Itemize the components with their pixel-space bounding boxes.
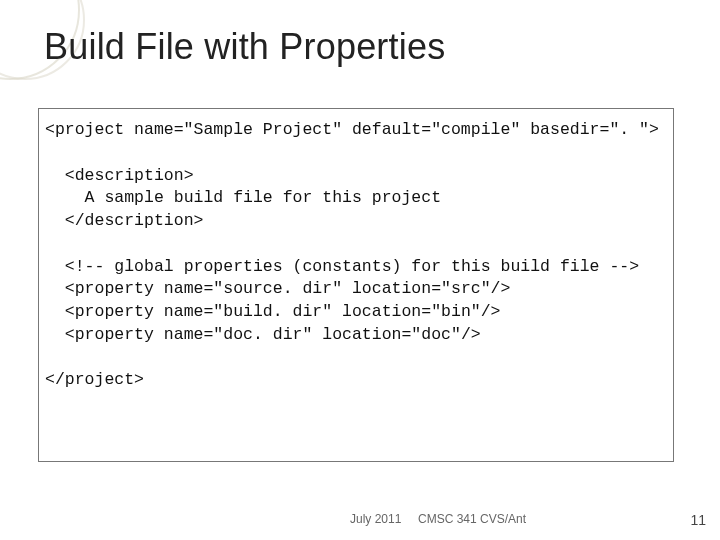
code-line: </project> — [45, 370, 144, 389]
code-line: <property name="build. dir" location="bi… — [45, 302, 500, 321]
code-line: <project name="Sample Project" default="… — [45, 120, 659, 139]
page-title: Build File with Properties — [44, 26, 445, 68]
code-line: <!-- global properties (constants) for t… — [45, 257, 639, 276]
code-line: <property name="doc. dir" location="doc"… — [45, 325, 481, 344]
slide: Build File with Properties <project name… — [0, 0, 720, 540]
code-block: <project name="Sample Project" default="… — [38, 108, 674, 462]
page-number: 11 — [690, 512, 706, 528]
footer-date: July 2011 — [350, 512, 401, 526]
footer-course: CMSC 341 CVS/Ant — [418, 512, 526, 526]
code-line: A sample build file for this project — [45, 188, 441, 207]
code-line: <description> — [45, 166, 194, 185]
code-line: </description> — [45, 211, 203, 230]
code-line: <property name="source. dir" location="s… — [45, 279, 510, 298]
